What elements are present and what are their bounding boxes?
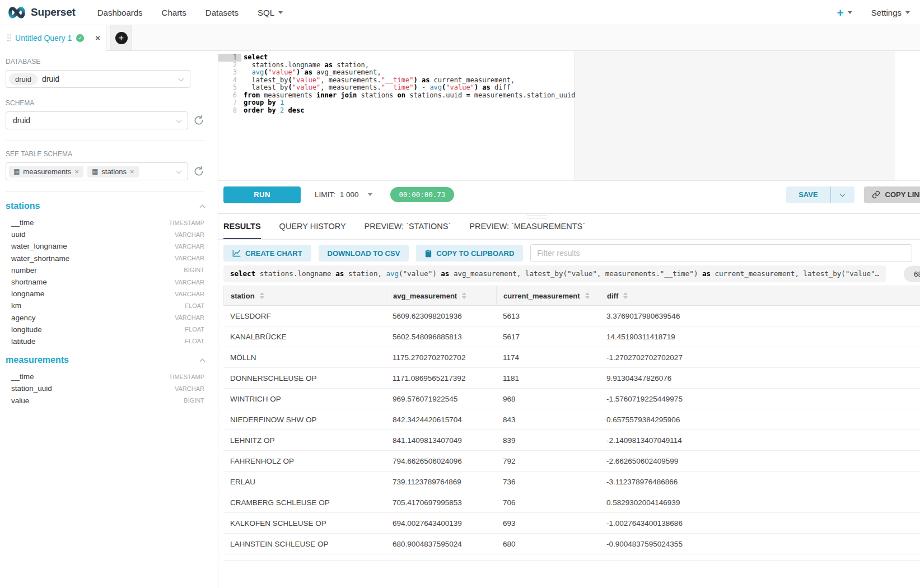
column-row: valueBIGINT [6,394,204,406]
table-cell: -3.112378976486866 [600,472,920,492]
nav-item-datasets[interactable]: Datasets [196,8,248,17]
schema-select[interactable]: druid [6,111,188,129]
pane-resize-handle[interactable] [527,216,547,220]
code-line: latest_by("value", measurements."__time"… [244,84,920,92]
schema-value: druid [13,116,30,125]
table-section-header-stations[interactable]: stations [6,201,204,211]
column-header-current-measurement[interactable]: current_measurement [497,286,600,305]
save-button[interactable]: SAVE [786,186,830,203]
table-row: DONNERSCHLEUSE OP1171.086956521739211819… [223,368,920,389]
table-schema-select[interactable]: ▦measurements×▦stations× [6,162,188,180]
table-row: LAHNSTEIN SCHLEUSE OP680.900483759502468… [223,534,920,554]
table-cell: 705.4170697995853 [386,492,496,512]
table-cell: WINTRICH OP [223,389,386,409]
results-table-header: stationavg_measurementcurrent_measuremen… [223,286,920,306]
nav-item-charts[interactable]: Charts [152,8,196,17]
editor-code[interactable]: select stations.longname as station, avg… [241,51,920,180]
database-select[interactable]: druid druid [6,70,190,88]
download-csv-button[interactable]: DOWNLOAD TO CSV [319,245,409,262]
superset-logo[interactable]: Superset [7,6,76,20]
close-tab-icon[interactable]: × [95,33,100,43]
column-header-avg-measurement[interactable]: avg_measurement [386,286,497,305]
table-row: LEHNITZ OP841.1409813407049839-2.1409813… [223,430,920,451]
new-tab-button[interactable]: + [110,25,132,50]
settings-menu[interactable]: Settings [871,8,910,17]
sort-icon [623,292,628,299]
results-tab-query-history[interactable]: QUERY HISTORY [279,214,346,239]
superset-infinity-icon [7,6,27,20]
run-button[interactable]: RUN [223,186,301,203]
refresh-tables-button[interactable] [193,166,204,177]
column-header-diff[interactable]: diff [600,286,920,305]
table-cell: 842.3424420615704 [386,409,496,430]
database-type-badge: druid [9,73,38,85]
table-cell: 794.6626506024096 [386,451,496,471]
table-cell: 9.91304347826076 [600,368,920,388]
table-cell: 839 [496,430,600,450]
column-row: __timeTIMESTAMP [6,217,204,228]
sql-editor[interactable]: 12345678 select stations.longname as sta… [218,51,920,180]
plus-icon: + [837,7,844,18]
save-dropdown-button[interactable] [831,186,854,203]
add-tab-icon: + [115,32,128,44]
table-row: NIEDERFINOW SHW OP842.34244206157048430.… [223,409,920,430]
database-value: druid [42,74,59,83]
chevron-down-icon [176,169,182,174]
caret-down-icon [278,11,283,14]
table-cell: 969.576071922545 [386,389,496,409]
results-table[interactable]: stationavg_measurementcurrent_measuremen… [223,286,920,561]
results-table-footer [223,554,920,561]
nav-item-dashboards[interactable]: Dashboards [88,8,152,17]
filter-results-input[interactable] [530,244,912,262]
refresh-schema-button[interactable] [193,115,204,126]
code-line: order by 2 desc [244,107,920,115]
column-row: numberBIGINT [6,264,204,276]
row-count-badge: 680 rows [904,266,920,282]
query-timer-badge: 00:00:00.73 [390,187,455,202]
code-line: select [244,54,920,62]
chevron-up-icon [200,359,206,365]
table-schema-list: stations__timeTIMESTAMPuuidVARCHARwater_… [6,201,204,407]
table-cell: LAHNSTEIN SCHLEUSE OP [223,534,386,554]
copy-clipboard-button[interactable]: COPY TO CLIPBOARD [416,245,523,262]
query-tab[interactable]: Untitled Query 1 ✓ × [0,25,106,51]
table-cell: DONNERSCHLEUSE OP [223,368,386,388]
table-row: WINTRICH OP969.576071922545968-1.5760719… [223,389,920,409]
table-grid-icon: ▦ [13,167,20,175]
table-cell: NIEDERFINOW SHW OP [223,409,386,430]
remove-table-icon[interactable]: × [74,167,79,176]
nav-item-sql[interactable]: SQL [248,8,292,17]
new-item-button[interactable]: + [837,7,852,18]
query-preview[interactable]: select stations.longname as station, avg… [223,265,886,282]
table-cell: -1.2702702702702027 [600,347,920,367]
limit-dropdown[interactable]: LIMIT: 1 000 [315,190,372,199]
column-row: kmFLOAT [6,300,204,311]
table-section-header-measurements[interactable]: measurements [6,355,204,365]
chevron-down-icon [840,191,846,197]
code-line: avg("value") as avg_measurement, [244,69,920,77]
sidebar-divider [6,141,204,141]
editor-gutter: 12345678 [218,51,241,180]
results-tab-results[interactable]: RESULTS [223,214,261,239]
link-icon [872,190,880,199]
top-navbar: Superset DashboardsChartsDatasetsSQL + S… [0,0,920,25]
table-cell: 739.1123789764869 [386,472,496,492]
column-row: uuidVARCHAR [6,228,204,240]
limit-value: 1 000 [340,190,359,199]
table-row: KANALBRÜCKE5602.548096885813561714.45190… [223,326,920,347]
table-cell: KANALBRÜCKE [223,326,386,347]
column-header-station[interactable]: station [224,286,386,305]
results-tab-preview-stations[interactable]: PREVIEW: `STATIONS` [365,214,451,239]
table-cell: 1171.0869565217392 [386,368,496,388]
chevron-up-icon [200,205,206,211]
column-row: water_longnameVARCHAR [6,240,204,252]
code-line: group by 1 [244,99,920,107]
copy-link-button[interactable]: COPY LINK [864,186,920,203]
results-actions: CREATE CHART DOWNLOAD TO CSV COPY TO CLI… [218,240,920,262]
database-label: DATABASE [6,58,204,66]
create-chart-button[interactable]: CREATE CHART [223,245,311,262]
table-cell: 14.45190311418719 [600,326,920,347]
remove-table-icon[interactable]: × [130,167,134,176]
code-line: stations.longname as station, [244,62,920,69]
table-row: KALKOFEN SCHLEUSE OP694.0027643400139693… [223,513,920,534]
